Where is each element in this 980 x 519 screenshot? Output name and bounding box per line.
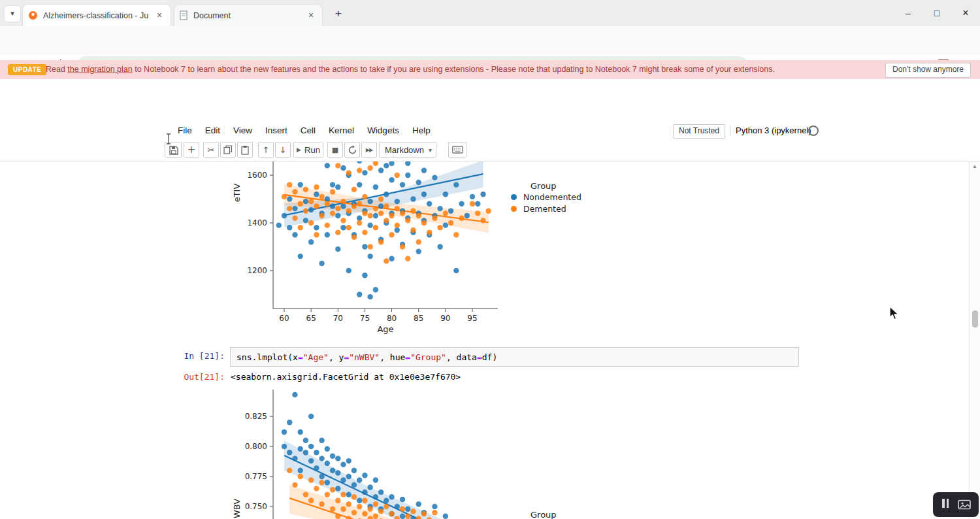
notebook-toolbar: + ✂ ↑ ↓ ▶ Run ■ ▶▶ Ma (0, 140, 980, 161)
pause-button[interactable] (941, 499, 950, 511)
scrollbar-track[interactable]: ▲ (970, 161, 980, 519)
tab-title: Alzheimers-classification - Jupy (43, 11, 148, 20)
menu-kernel[interactable]: Kernel (322, 122, 361, 140)
code-cell-input[interactable]: sns.lmplot(x="Age", y="nWBV", hue="Group… (230, 347, 799, 367)
restart-kernel-button[interactable] (344, 142, 360, 158)
document-favicon (180, 10, 188, 20)
cut-cell-button[interactable]: ✂ (203, 142, 219, 158)
svg-text:0.800: 0.800 (245, 442, 267, 451)
input-prompt: In [21]: (175, 351, 225, 361)
browser-tab-notebook[interactable]: Alzheimers-classification - Jupy × (22, 4, 171, 26)
svg-text:1600: 1600 (247, 171, 267, 180)
notebook-content: 1600140012006065707580859095AgeeTIV Grou… (0, 161, 970, 519)
svg-text:85: 85 (414, 314, 423, 323)
browser-toolbar: ← → i localhost:8888/notebooks/Alzheimer… (0, 26, 980, 55)
mouse-cursor (889, 306, 902, 322)
menu-edit[interactable]: Edit (199, 122, 227, 140)
menu-widgets[interactable]: Widgets (361, 122, 406, 140)
output-prompt: Out[21]: (175, 372, 225, 382)
migration-plan-link[interactable]: the migration plan (67, 65, 132, 74)
copy-cell-button[interactable] (220, 142, 236, 158)
refresh-icon (348, 145, 357, 155)
menu-insert[interactable]: Insert (259, 122, 294, 140)
tab-title: Document (193, 11, 300, 20)
notebook-header: jupyter Alzheimers-classification Last C… (0, 79, 980, 122)
screenshot-button[interactable] (958, 499, 971, 510)
tab-strip: ▾ Alzheimers-classification - Jupy × Doc… (0, 0, 980, 26)
tab-close-button[interactable]: × (154, 10, 165, 22)
cell-type-value: Markdown (385, 145, 429, 155)
jupyter-favicon (28, 10, 38, 20)
run-label: Run (304, 145, 320, 155)
tab-search-button[interactable]: ▾ (4, 5, 21, 22)
window-maximize-button[interactable]: □ (928, 5, 946, 21)
svg-text:0.775: 0.775 (245, 472, 267, 481)
pause-icon (947, 499, 949, 508)
svg-text:1200: 1200 (247, 266, 267, 275)
save-icon (169, 145, 178, 155)
migration-banner: UPDATE Read the migration plan to Notebo… (0, 60, 980, 80)
command-palette-button[interactable] (448, 142, 466, 158)
svg-text:80: 80 (387, 314, 397, 323)
menu-cell[interactable]: Cell (294, 122, 322, 140)
text-cursor (165, 133, 172, 146)
interrupt-kernel-button[interactable]: ■ (327, 142, 343, 158)
svg-text:eTIV: eTIV (232, 184, 242, 203)
browser-tab-document[interactable]: Document × (174, 4, 323, 26)
restart-run-all-button[interactable]: ▶▶ (361, 142, 377, 158)
browser-window: ▾ Alzheimers-classification - Jupy × Doc… (0, 0, 980, 519)
update-badge: UPDATE (8, 64, 46, 75)
chevron-down-icon: ▾ (429, 146, 432, 154)
close-icon: × (308, 10, 314, 20)
minimize-icon: – (906, 8, 911, 18)
add-cell-button[interactable]: + (184, 142, 199, 158)
copy-icon (223, 145, 233, 154)
scrollbar-thumb[interactable] (972, 310, 978, 327)
code-text: sns.lmplot(x="Age", y="nWBV", hue="Group… (237, 352, 497, 362)
kernel-name: Python 3 (ipykernel) (736, 126, 811, 135)
svg-text:75: 75 (360, 314, 370, 323)
legend-entry: Demented (503, 203, 581, 214)
window-close-button[interactable]: × (956, 5, 975, 21)
close-icon: × (962, 7, 968, 18)
new-tab-button[interactable]: + (331, 6, 346, 22)
svg-text:65: 65 (306, 314, 316, 323)
svg-text:0.825: 0.825 (245, 412, 267, 421)
maximize-icon: □ (934, 8, 939, 18)
move-cell-down-button[interactable]: ↓ (275, 142, 291, 158)
svg-text:0.750: 0.750 (245, 502, 267, 511)
not-trusted-badge[interactable]: Not Trusted (673, 124, 725, 139)
run-button[interactable]: ▶ Run (293, 142, 323, 158)
stop-icon: ■ (332, 146, 338, 154)
close-icon: × (157, 10, 162, 20)
window-minimize-button[interactable]: – (899, 5, 917, 21)
paste-cell-button[interactable] (237, 142, 253, 158)
menu-file[interactable]: File (171, 122, 199, 140)
plus-icon: + (335, 7, 342, 20)
kernel-indicator-icon (808, 126, 819, 136)
legend-title: Group (531, 181, 581, 191)
move-cell-up-button[interactable]: ↑ (258, 142, 274, 158)
fast-forward-icon: ▶▶ (366, 147, 372, 153)
recorder-overlay (933, 492, 979, 517)
legend-label: Nondemented (523, 192, 581, 202)
menu-help[interactable]: Help (406, 122, 437, 140)
dismiss-banner-button[interactable]: Don't show anymore (885, 63, 971, 78)
banner-text: Read the migration plan to Notebook 7 to… (46, 60, 775, 79)
svg-text:90: 90 (440, 314, 450, 323)
arrow-up-icon: ↑ (263, 145, 270, 155)
svg-text:Age: Age (377, 324, 393, 334)
plus-icon: + (188, 144, 196, 156)
nwbv-age-plot: 0.8250.8000.7750.750nWBV (229, 390, 595, 519)
cell-type-select[interactable]: Markdown ▾ (379, 142, 436, 158)
banner-text-after: to Notebook 7 to learn about the new fea… (133, 65, 775, 74)
svg-text:95: 95 (467, 314, 477, 323)
tab-close-button[interactable]: × (305, 10, 317, 22)
play-icon: ▶ (297, 146, 301, 153)
menu-view[interactable]: View (227, 122, 259, 140)
legend-dot-icon (511, 194, 517, 200)
scrollbar-up-button[interactable]: ▲ (972, 163, 977, 169)
clipboard-icon (240, 145, 250, 155)
svg-text:60: 60 (279, 314, 289, 323)
svg-text:70: 70 (333, 314, 343, 323)
